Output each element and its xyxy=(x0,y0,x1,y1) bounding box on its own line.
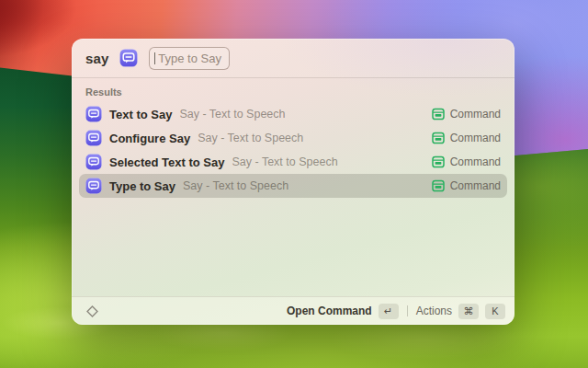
search-bar[interactable]: say Type to Say xyxy=(72,39,514,78)
result-subtitle: Say - Text to Speech xyxy=(198,132,303,144)
result-subtitle: Say - Text to Speech xyxy=(179,108,285,121)
result-title: Selected Text to Say xyxy=(109,155,224,169)
result-accessory: Command xyxy=(432,108,501,121)
say-app-icon xyxy=(85,130,102,146)
result-row-type-to-say-selected[interactable]: Type to Say Say - Text to Speech Command xyxy=(79,174,507,198)
results-list: Text to Say Say - Text to Speech Command… xyxy=(72,102,514,198)
accessory-label: Command xyxy=(450,132,501,144)
say-app-icon xyxy=(85,106,102,122)
accessory-label: Command xyxy=(450,108,501,121)
empty-results-area xyxy=(72,198,514,296)
result-subtitle: Say - Text to Speech xyxy=(232,155,337,168)
result-accessory: Command xyxy=(432,155,501,168)
results-section-label: Results xyxy=(72,78,514,102)
search-query-text[interactable]: say xyxy=(85,51,108,66)
command-type-icon xyxy=(432,155,445,168)
k-key-badge: K xyxy=(485,304,505,319)
raycast-logo-icon xyxy=(85,305,99,318)
result-accessory: Command xyxy=(432,132,501,144)
say-app-icon xyxy=(119,49,138,67)
open-command-button[interactable]: Open Command xyxy=(287,305,372,317)
raycast-launcher-window: say Type to Say Results Text to Say Say … xyxy=(72,39,514,325)
footer-divider xyxy=(407,305,408,316)
return-key-badge: ↵ xyxy=(379,304,399,319)
result-title: Text to Say xyxy=(109,108,172,121)
result-title: Configure Say xyxy=(109,132,190,145)
command-type-icon xyxy=(432,108,445,121)
accessory-label: Command xyxy=(450,179,501,192)
result-row-text-to-say[interactable]: Text to Say Say - Text to Speech Command xyxy=(79,102,507,126)
result-row-selected-text-to-say[interactable]: Selected Text to Say Say - Text to Speec… xyxy=(79,150,507,174)
argument-input[interactable]: Type to Say xyxy=(149,47,230,70)
say-app-icon xyxy=(85,178,102,194)
result-subtitle: Say - Text to Speech xyxy=(183,179,288,192)
footer-action-bar: Open Command ↵ Actions ⌘ K xyxy=(72,296,514,325)
say-app-icon xyxy=(85,154,102,170)
result-title: Type to Say xyxy=(109,179,175,193)
command-type-icon xyxy=(432,132,445,144)
result-accessory: Command xyxy=(432,179,501,192)
accessory-label: Command xyxy=(450,155,501,168)
actions-button[interactable]: Actions xyxy=(416,305,452,317)
command-type-icon xyxy=(432,179,445,192)
cmd-key-badge: ⌘ xyxy=(458,304,479,319)
result-row-configure-say[interactable]: Configure Say Say - Text to Speech Comma… xyxy=(79,126,507,150)
argument-placeholder: Type to Say xyxy=(158,52,221,65)
text-cursor xyxy=(154,52,155,64)
